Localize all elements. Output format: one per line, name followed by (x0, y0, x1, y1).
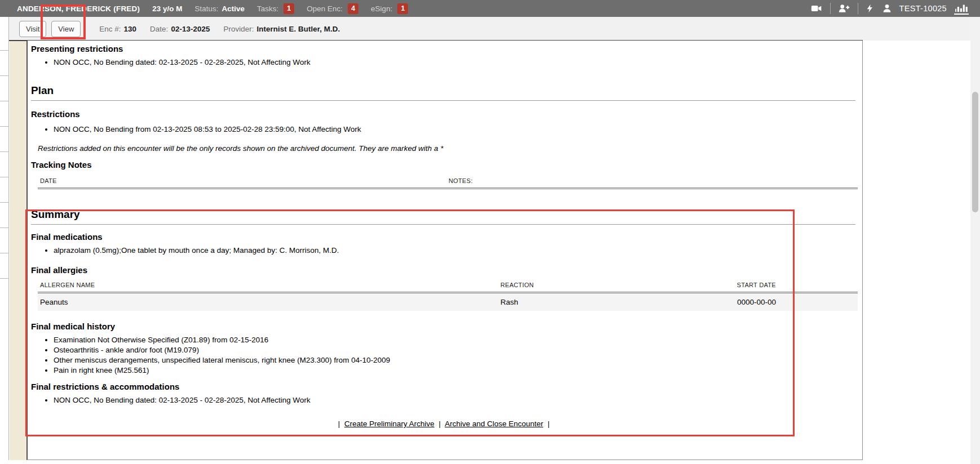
history-item: Pain in right knee (M25.561) (54, 365, 857, 376)
archive-actions: | Create Preliminary Archive | Archive a… (31, 420, 857, 428)
enc-number-label: Enc #: (99, 25, 121, 33)
enc-number-value: 130 (124, 25, 137, 33)
vertical-scrollbar[interactable] (970, 17, 980, 464)
column-header-notes: NOTES: (449, 177, 858, 184)
date-label: Date: (150, 25, 168, 33)
view-tab[interactable]: View (51, 21, 81, 37)
divider (31, 224, 855, 225)
allergen-name-cell: Peanuts (40, 298, 500, 306)
restrictions-list: NON OCC, No Bending from 02-13-2025 08:5… (31, 124, 857, 135)
archive-and-close-encounter-link[interactable]: Archive and Close Encounter (445, 420, 543, 428)
left-tab-cell[interactable] (0, 127, 8, 152)
open-enc-count-badge[interactable]: 4 (348, 3, 358, 14)
encounter-toolbar: Visit View Enc #: 130 Date: 02-13-2025 P… (9, 17, 980, 41)
allergies-header-row: ALLERGEN NAME REACTION START DATE (38, 282, 858, 293)
separator: | (439, 420, 441, 428)
separator: | (548, 420, 550, 428)
encounter-document-pane: Presenting restrictions NON OCC, No Bend… (26, 41, 863, 460)
presenting-restrictions-list: NON OCC, No Bending dated: 02-13-2025 - … (31, 57, 857, 68)
left-tab-cell[interactable] (0, 228, 8, 253)
separator: | (338, 420, 340, 428)
add-user-icon[interactable] (838, 3, 850, 14)
final-medications-heading: Final medications (31, 232, 857, 242)
medication-item: alprazolam (0.5mg);One tablet by mouth o… (54, 246, 857, 256)
restriction-item: NON OCC, No Bending dated: 02-13-2025 - … (54, 57, 857, 68)
document-left-gutter (10, 41, 26, 460)
divider (31, 100, 855, 101)
tracking-notes-table: DATE NOTES: (38, 177, 858, 189)
restriction-item: NON OCC, No Bending dated: 02-13-2025 - … (54, 395, 857, 405)
final-medical-history-heading: Final medical history (31, 322, 857, 331)
start-date-cell: 0000-00-00 (632, 298, 858, 306)
user-icon[interactable] (882, 3, 892, 14)
final-medications-list: alprazolam (0.5mg);One tablet by mouth o… (31, 246, 857, 256)
restrictions-heading: Restrictions (31, 109, 857, 119)
left-tab-cell[interactable] (0, 177, 8, 203)
provider-label: Provider: (223, 25, 254, 33)
reaction-cell: Rash (500, 298, 632, 306)
final-allergies-table: ALLERGEN NAME REACTION START DATE Peanut… (38, 282, 858, 311)
restrictions-note: Restrictions added on this encounter wil… (31, 144, 857, 153)
status-value: Active (222, 5, 245, 13)
left-tab-cell[interactable] (0, 101, 8, 127)
final-allergies-heading: Final allergies (31, 265, 857, 275)
final-restrictions-list: NON OCC, No Bending dated: 02-13-2025 - … (31, 395, 857, 405)
patient-age-sex: 23 y/o M (152, 5, 182, 13)
left-tab-cell[interactable] (0, 152, 8, 177)
divider (858, 3, 858, 14)
left-tab-cell[interactable] (0, 253, 8, 279)
plan-heading: Plan (31, 84, 857, 97)
left-tab-cell[interactable] (0, 76, 8, 101)
esign-count-badge[interactable]: 1 (397, 3, 408, 14)
column-header-allergen-name: ALLERGEN NAME (40, 282, 500, 288)
history-item: Examination Not Otherwise Specified (Z01… (54, 335, 857, 345)
final-medical-history-list: Examination Not Otherwise Specified (Z01… (31, 335, 857, 376)
divider (830, 3, 831, 14)
open-enc-label: Open Enc: (307, 5, 343, 13)
provider-value: Internist E. Butler, M.D. (256, 25, 340, 33)
column-header-start-date: START DATE (632, 282, 858, 288)
left-tab-strip (0, 17, 9, 460)
user-id[interactable]: TEST-10025 (899, 4, 947, 13)
summary-heading: Summary (31, 208, 857, 221)
tasks-count-badge[interactable]: 1 (283, 3, 294, 14)
column-header-date: DATE (40, 177, 449, 184)
bar-chart-icon[interactable] (954, 2, 969, 15)
history-item: Other meniscus derangements, unspecified… (54, 355, 857, 365)
allergy-table-row: Peanuts Rash 0000-00-00 (38, 293, 858, 311)
left-tab-cell[interactable] (0, 203, 8, 228)
visit-tab[interactable]: Visit (19, 21, 46, 37)
status-label: Status: (194, 5, 218, 13)
tracking-notes-heading: Tracking Notes (31, 160, 857, 169)
left-tab-cell[interactable] (0, 17, 8, 51)
create-preliminary-archive-link[interactable]: Create Preliminary Archive (344, 420, 434, 428)
history-item: Osteoarthritis - ankle and/or foot (M19.… (54, 345, 857, 355)
lightning-icon[interactable] (866, 3, 875, 14)
date-value: 02-13-2025 (171, 25, 210, 33)
left-tab-cell[interactable] (0, 51, 8, 76)
tasks-label: Tasks: (257, 5, 278, 13)
final-restrictions-heading: Final restrictions & accommodations (31, 382, 857, 391)
presenting-restrictions-heading: Presenting restrictions (31, 44, 857, 53)
restriction-item: NON OCC, No Bending from 02-13-2025 08:5… (54, 124, 857, 135)
esign-label: eSign: (371, 5, 392, 13)
column-header-reaction: REACTION (500, 282, 632, 288)
scrollbar-thumb[interactable] (972, 92, 978, 212)
tracking-notes-header-row: DATE NOTES: (38, 177, 858, 189)
video-camera-icon[interactable] (810, 3, 823, 14)
patient-header-bar: ANDERSON, FREDERICK (FRED) 23 y/o M Stat… (0, 0, 980, 17)
patient-name: ANDERSON, FREDERICK (FRED) (17, 5, 140, 13)
